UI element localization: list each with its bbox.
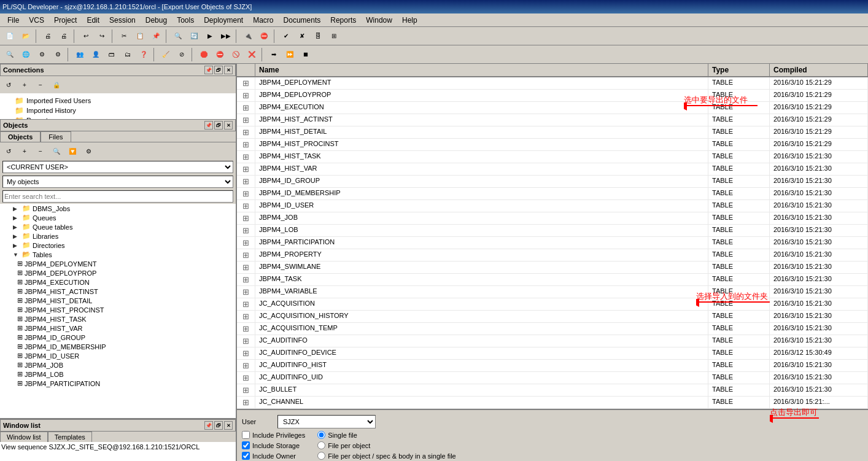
table-row[interactable]: ⊞ JBPM4_HIST_VAR TABLE 2016/3/10 15:21:3…: [237, 163, 868, 176]
tb-redo-btn[interactable]: ↪: [95, 29, 109, 44]
category-selector[interactable]: My objects: [2, 176, 233, 188]
obj-find-btn[interactable]: 🔍: [49, 144, 64, 158]
th-name[interactable]: Name: [255, 64, 708, 76]
obj-refresh-btn[interactable]: ↺: [1, 144, 16, 158]
tb-run2-btn[interactable]: ▶▶: [219, 29, 233, 44]
table-row[interactable]: ⊞ JBPM4_HIST_TASK TABLE 2016/3/10 15:21:…: [237, 151, 868, 163]
wl-tab-templates[interactable]: Templates: [48, 432, 92, 442]
table-row[interactable]: ⊞ JC_AUDITINFO_DEVICE TABLE 2016/3/12 15…: [237, 347, 868, 360]
table-row[interactable]: ⊞ JBPM4_HIST_DETAIL TABLE 2016/3/10 15:2…: [237, 126, 868, 139]
node-jbpm4-job[interactable]: ⊞ JBPM4_JOB: [0, 360, 236, 370]
node-jbpm4-lob[interactable]: ⊞ JBPM4_LOB: [0, 370, 236, 379]
node-queues[interactable]: ▶ 📁 Queues: [0, 213, 236, 222]
cb-storage-input[interactable]: [242, 441, 250, 449]
tb-commit-btn[interactable]: ✔: [279, 29, 293, 44]
table-row[interactable]: ⊞ JC_ACQUISITION_HISTORY TABLE 2016/3/10…: [237, 311, 868, 323]
search-input[interactable]: [2, 190, 233, 203]
obj-settings-btn[interactable]: ⚙: [81, 144, 96, 158]
node-jbpm4-deployprop[interactable]: ⊞ JBPM4_DEPLOYPROP: [0, 268, 236, 277]
table-row[interactable]: ⊞ JBPM4_JOB TABLE 2016/3/10 15:21:30: [237, 212, 868, 225]
menu-deployment[interactable]: Deployment: [199, 15, 248, 26]
table-row[interactable]: ⊞ JBPM4_PARTICIPATION TABLE 2016/3/10 15…: [237, 237, 868, 249]
tree-imported-fixed[interactable]: 📁 Imported Fixed Users: [2, 96, 233, 106]
radio-per-object-input[interactable]: [317, 441, 325, 449]
table-row[interactable]: ⊞ JC_CHANNEL TABLE 2016/3/10 15:21:...: [237, 397, 868, 409]
tree-imported-history[interactable]: 📁 Imported History: [2, 106, 233, 115]
table-row[interactable]: ⊞ JC_AUDITINFO_UID TABLE 2016/3/10 15:21…: [237, 372, 868, 384]
wl-pin-btn[interactable]: 📌: [204, 421, 213, 430]
menu-vcs[interactable]: VCS: [24, 15, 49, 26]
radio-single-input[interactable]: [317, 431, 325, 439]
tb2-search-btn[interactable]: 🔍: [2, 47, 17, 62]
tb-run-btn[interactable]: ▶: [203, 29, 217, 44]
tb-copy-btn[interactable]: 📋: [133, 29, 147, 44]
node-libraries[interactable]: ▶ 📁 Libraries: [0, 231, 236, 241]
th-compiled[interactable]: Compiled: [770, 64, 868, 76]
table-row[interactable]: ⊞ JBPM4_DEPLOYPROP TABLE 2016/3/10 15:21…: [237, 90, 868, 102]
tb2-people-btn[interactable]: 👥: [72, 47, 87, 62]
menu-tools[interactable]: Tools: [172, 15, 199, 26]
tb2-help-btn[interactable]: ❓: [136, 47, 151, 62]
th-icon[interactable]: [237, 64, 255, 76]
node-jbpm4-id-group[interactable]: ⊞ JBPM4_ID_GROUP: [0, 333, 236, 342]
menu-window[interactable]: Window: [361, 15, 397, 26]
table-row[interactable]: ⊞ JBPM4_TASK TABLE 2016/3/10 15:21:30: [237, 274, 868, 286]
node-queue-tables[interactable]: ▶ 📁 Queue tables: [0, 222, 236, 231]
menu-project[interactable]: Project: [49, 15, 82, 26]
node-jbpm4-deployment[interactable]: ⊞ JBPM4_DEPLOYMENT: [0, 259, 236, 268]
expander[interactable]: ▼: [13, 252, 20, 258]
tb-print-btn[interactable]: 🖨: [41, 29, 55, 44]
table-row[interactable]: ⊞ JBPM4_ID_MEMBERSHIP TABLE 2016/3/10 15…: [237, 188, 868, 200]
table-row[interactable]: ⊞ JC_ACQUISITION_TEMP TABLE 2016/3/10 15…: [237, 323, 868, 335]
node-jbpm4-hist-task[interactable]: ⊞ JBPM4_HIST_TASK: [0, 314, 236, 323]
tb-db-btn[interactable]: 🗄: [311, 29, 325, 44]
tb-print2-btn[interactable]: 🖨: [56, 29, 71, 44]
menu-documents[interactable]: Documents: [279, 15, 326, 26]
table-row[interactable]: ⊞ JBPM4_LOB TABLE 2016/3/10 15:21:30: [237, 225, 868, 237]
expander[interactable]: ▶: [13, 242, 20, 249]
obj-remove-btn[interactable]: −: [33, 144, 48, 158]
obj-restore-btn[interactable]: 🗗: [214, 121, 223, 130]
node-jbpm4-execution[interactable]: ⊞ JBPM4_EXECUTION: [0, 277, 236, 287]
tb2-people2-btn[interactable]: 👤: [88, 47, 103, 62]
table-row[interactable]: ⊞ JC_BULLET TABLE 2016/3/10 15:21:30: [237, 384, 868, 397]
tb2-stop-btn[interactable]: 🛑: [196, 47, 211, 62]
obj-filter-btn[interactable]: 🔽: [65, 144, 80, 158]
tb2-obj-btn[interactable]: 🌐: [18, 47, 33, 62]
menu-help[interactable]: Help: [397, 15, 422, 26]
expander[interactable]: ▶: [13, 206, 20, 212]
menu-file[interactable]: File: [2, 15, 24, 26]
radio-single[interactable]: Single file: [317, 431, 456, 439]
table-row[interactable]: ⊞ JC_AUDITINFO_HIST TABLE 2016/3/10 15:2…: [237, 360, 868, 372]
th-type[interactable]: Type: [708, 64, 770, 76]
radio-spec-body[interactable]: File per object / spec & body in a singl…: [317, 452, 456, 460]
table-row[interactable]: ⊞ JBPM4_VARIABLE TABLE 2016/3/10 15:21:3…: [237, 286, 868, 298]
wl-restore-btn[interactable]: 🗗: [214, 421, 223, 430]
menu-edit[interactable]: Edit: [82, 15, 104, 26]
node-jbpm4-id-membership[interactable]: ⊞ JBPM4_ID_MEMBERSHIP: [0, 342, 236, 351]
tb2-clear-btn[interactable]: 🧹: [158, 47, 173, 62]
tb2-stop3-btn[interactable]: 🚫: [228, 47, 243, 62]
tb2-compile2-btn[interactable]: ⚙: [50, 47, 65, 62]
tb2-db3-btn[interactable]: 🗂: [120, 47, 135, 62]
tb2-compile-btn[interactable]: ⚙: [34, 47, 49, 62]
radio-spec-body-input[interactable]: [317, 452, 325, 460]
tb-replace-btn[interactable]: 🔄: [187, 29, 201, 44]
user-combo[interactable]: SJZX: [277, 415, 376, 428]
tb-grid-btn[interactable]: ⊞: [327, 29, 341, 44]
node-dbms-jobs[interactable]: ▶ 📁 DBMS_Jobs: [0, 204, 236, 213]
cb-privileges[interactable]: Include Privileges: [242, 431, 305, 439]
cb-owner[interactable]: Include Owner: [242, 452, 305, 460]
tab-files[interactable]: Files: [41, 131, 71, 142]
conn-restore-btn[interactable]: 🗗: [214, 66, 223, 74]
tb2-arrow3-btn[interactable]: ⏹: [298, 47, 313, 62]
expander[interactable]: ▶: [13, 233, 20, 239]
tab-objects[interactable]: Objects: [0, 131, 41, 142]
tb2-arrow2-btn[interactable]: ⏩: [282, 47, 297, 62]
obj-pin-btn[interactable]: 📌: [204, 121, 213, 130]
node-jbpm4-hist-detail[interactable]: ⊞ JBPM4_HIST_DETAIL: [0, 296, 236, 305]
conn-add-btn[interactable]: +: [17, 77, 32, 92]
node-jbpm4-participation[interactable]: ⊞ JBPM4_PARTICIPATION: [0, 379, 236, 388]
node-tables[interactable]: ▼ 📂 Tables: [0, 250, 236, 259]
table-row[interactable]: ⊞ JBPM4_PROPERTY TABLE 2016/3/10 15:21:3…: [237, 249, 868, 261]
